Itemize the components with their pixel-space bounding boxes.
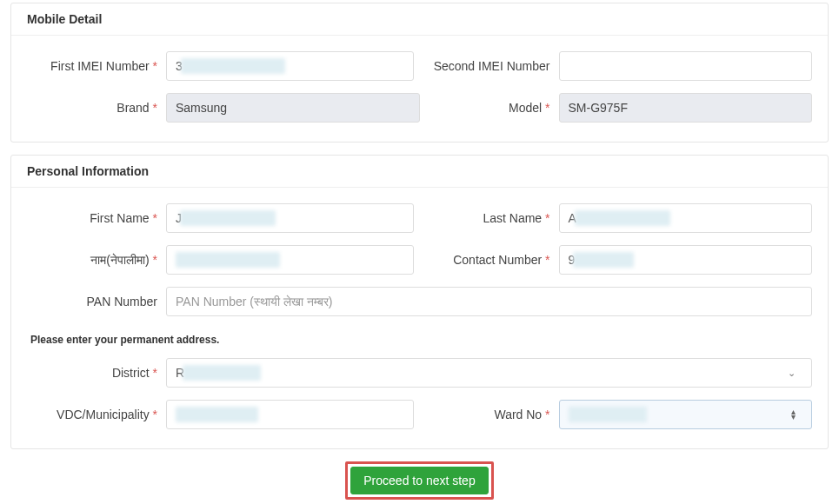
personal-info-panel: Personal Information First Name * J Last… bbox=[10, 155, 829, 449]
proceed-highlight: Proceed to next step bbox=[345, 461, 493, 500]
address-helper: Please enter your permanent address. bbox=[27, 328, 812, 358]
nepali-name-input[interactable] bbox=[166, 245, 414, 275]
district-label: District * bbox=[27, 366, 166, 380]
nepali-name-label: नाम(नेपालीमा) * bbox=[27, 253, 166, 268]
first-imei-input[interactable]: 3 bbox=[166, 51, 414, 81]
brand-input bbox=[166, 93, 420, 123]
proceed-button[interactable]: Proceed to next step bbox=[350, 467, 488, 494]
mobile-detail-panel: Mobile Detail First IMEI Number * 3 Seco… bbox=[10, 3, 829, 143]
contact-number-label: Contact Number * bbox=[420, 253, 559, 267]
mobile-detail-title: Mobile Detail bbox=[11, 3, 828, 36]
pan-label: PAN Number bbox=[27, 295, 166, 308]
first-name-label: First Name * bbox=[27, 211, 166, 225]
ward-no-label: Ward No * bbox=[420, 408, 559, 421]
second-imei-label: Second IMEI Number bbox=[420, 59, 559, 73]
personal-info-title: Personal Information bbox=[11, 156, 828, 188]
stepper-icon: ▴▾ bbox=[791, 409, 796, 420]
chevron-down-icon: ⌄ bbox=[788, 368, 796, 379]
district-select[interactable]: R ⌄ bbox=[166, 358, 812, 388]
contact-number-input[interactable]: 9 bbox=[559, 245, 813, 275]
last-name-label: Last Name * bbox=[420, 211, 559, 225]
model-input bbox=[559, 93, 813, 123]
vdc-label: VDC/Municipality * bbox=[27, 408, 166, 421]
pan-input[interactable] bbox=[166, 287, 812, 316]
first-imei-label: First IMEI Number * bbox=[27, 59, 166, 73]
second-imei-input[interactable] bbox=[559, 51, 813, 81]
vdc-input[interactable] bbox=[166, 400, 414, 429]
brand-label: Brand * bbox=[27, 101, 166, 115]
model-label: Model * bbox=[420, 101, 559, 115]
ward-no-select[interactable]: ▴▾ bbox=[559, 400, 813, 429]
first-name-input[interactable]: J bbox=[166, 203, 414, 233]
action-bar: Proceed to next step bbox=[0, 461, 839, 500]
last-name-input[interactable]: A bbox=[559, 203, 813, 233]
